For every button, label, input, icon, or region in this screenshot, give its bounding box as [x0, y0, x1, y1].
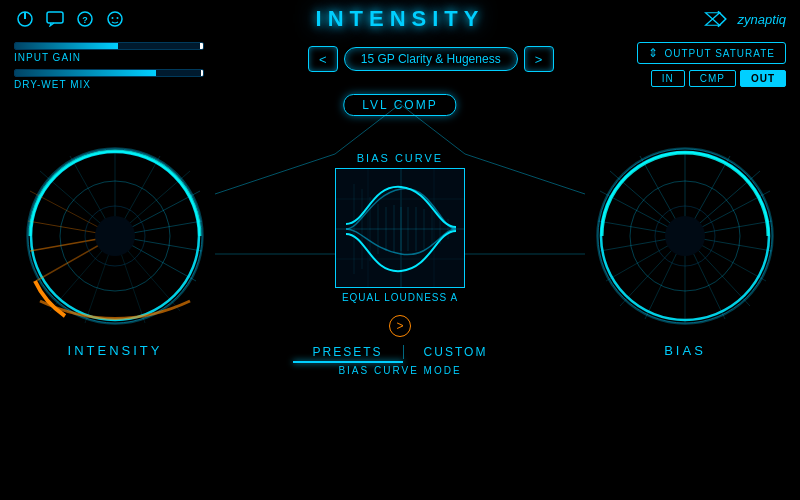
bias-knob-container: BIAS — [590, 141, 780, 358]
prev-preset-button[interactable]: < — [308, 46, 338, 72]
output-saturate-button[interactable]: ⇕ OUTPUT SATURATE — [637, 42, 786, 64]
svg-point-72 — [665, 216, 705, 256]
intensity-label: INTENSITY — [68, 343, 163, 358]
bias-curve-label: BIAS CURVE — [357, 152, 443, 164]
next-preset-button[interactable]: > — [524, 46, 554, 72]
intensity-knob-svg — [20, 141, 210, 331]
bottom-section: > PRESETS CUSTOM BIAS CURVE MODE — [293, 315, 508, 376]
bias-curve-display — [335, 168, 465, 288]
input-gain-slider[interactable] — [14, 42, 204, 50]
input-gain-section: INPUT GAIN — [14, 42, 224, 63]
preset-selector: < 15 GP Clarity & Hugeness > — [234, 46, 627, 72]
svg-marker-8 — [705, 13, 719, 25]
monitor-in-button[interactable]: IN — [651, 70, 685, 87]
dry-wet-slider[interactable] — [14, 69, 204, 77]
right-controls: ⇕ OUTPUT SATURATE IN CMP OUT — [637, 42, 786, 87]
curve-arrow-button[interactable]: > — [389, 315, 411, 337]
center-panel: BIAS CURVE — [293, 122, 508, 376]
svg-rect-2 — [47, 12, 63, 23]
monitor-cmp-button[interactable]: CMP — [689, 70, 736, 87]
bias-curve-mode-label: BIAS CURVE MODE — [338, 365, 461, 376]
dry-wet-label: DRY-WET MIX — [14, 79, 224, 90]
saturate-arrows-icon: ⇕ — [648, 46, 659, 60]
curve-arrow-icon: > — [396, 319, 403, 333]
bias-knob[interactable] — [590, 141, 780, 331]
intensity-knob-container: INTENSITY — [20, 141, 210, 358]
brand: zynaptiq — [704, 9, 786, 29]
tab-custom[interactable]: CUSTOM — [404, 343, 508, 361]
curve-mode-row: > — [339, 315, 461, 341]
chat-icon[interactable] — [44, 8, 66, 30]
bias-curve-svg — [336, 169, 465, 288]
monitor-buttons: IN CMP OUT — [651, 70, 786, 87]
svg-point-29 — [95, 216, 135, 256]
equal-loudness-label: EQUAL LOUDNESS A — [342, 292, 458, 303]
svg-point-6 — [112, 17, 114, 19]
preset-name: 15 GP Clarity & Hugeness — [344, 47, 518, 71]
monitor-out-button[interactable]: OUT — [740, 70, 786, 87]
brand-name: zynaptiq — [738, 12, 786, 27]
power-icon[interactable] — [14, 8, 36, 30]
header: ? INTENSITY zynaptiq — [0, 0, 800, 38]
svg-point-7 — [117, 17, 119, 19]
left-controls: INPUT GAIN DRY-WET MIX — [14, 42, 224, 90]
tab-presets[interactable]: PRESETS — [293, 343, 403, 361]
intensity-knob[interactable] — [20, 141, 210, 331]
svg-point-5 — [108, 12, 122, 26]
tabs-row: PRESETS CUSTOM — [293, 343, 508, 361]
input-gain-label: INPUT GAIN — [14, 52, 224, 63]
controls-row: INPUT GAIN DRY-WET MIX < 15 GP Clarity &… — [0, 38, 800, 94]
bias-label: BIAS — [664, 343, 706, 358]
brand-logo — [704, 9, 732, 29]
main-section: LVL COMP — [0, 94, 800, 404]
dry-wet-section: DRY-WET MIX — [14, 69, 224, 90]
app-title: INTENSITY — [316, 6, 485, 32]
lvl-comp-label[interactable]: LVL COMP — [343, 94, 456, 116]
output-saturate-label: OUTPUT SATURATE — [664, 48, 775, 59]
help-icon[interactable]: ? — [74, 8, 96, 30]
header-icons: ? — [14, 8, 126, 30]
settings-face-icon[interactable] — [104, 8, 126, 30]
bias-knob-svg — [590, 141, 780, 331]
svg-text:?: ? — [82, 15, 88, 25]
